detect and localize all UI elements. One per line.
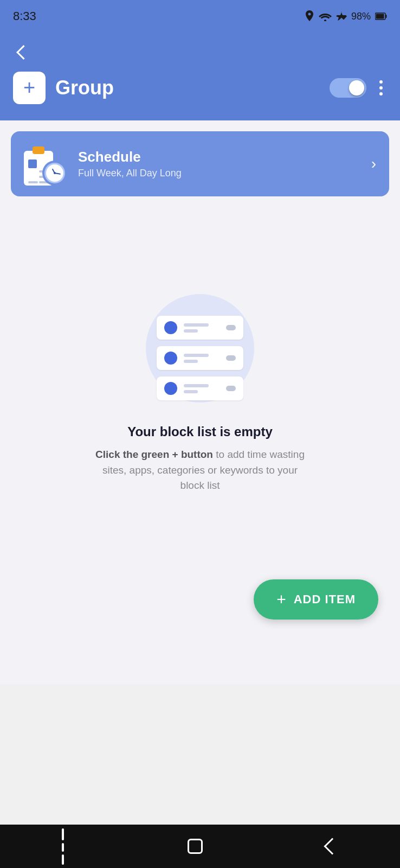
header-area: + Group (0, 33, 400, 120)
empty-title: Your block list is empty (127, 424, 273, 439)
add-item-button[interactable]: + ADD ITEM (254, 579, 378, 620)
wifi-icon (319, 11, 332, 21)
schedule-subtitle: Full Week, All Day Long (78, 168, 182, 179)
toggle-thumb (349, 80, 364, 95)
list-item-1 (157, 316, 243, 340)
airplane-icon (336, 11, 347, 22)
svg-point-0 (324, 20, 326, 21)
fab-label: ADD ITEM (294, 592, 356, 607)
home-icon (188, 839, 203, 854)
clipboard-top (33, 146, 44, 154)
recent-apps-icon (62, 828, 64, 865)
main-content: Schedule Full Week, All Day Long › (0, 120, 400, 685)
location-icon (305, 10, 314, 22)
back-button[interactable] (13, 43, 30, 61)
status-bar: 8:33 98% (0, 0, 400, 33)
list-item-3 (157, 376, 243, 400)
battery-text: 98% (351, 11, 371, 22)
schedule-title: Schedule (78, 149, 182, 165)
title-right (330, 78, 385, 98)
group-icon: + (13, 72, 46, 104)
recent-apps-button[interactable] (51, 823, 75, 869)
group-toggle[interactable] (330, 78, 366, 98)
fab-plus-icon: + (276, 591, 286, 608)
battery-icon (375, 12, 387, 20)
home-button[interactable] (177, 833, 214, 859)
nav-bar (0, 825, 400, 868)
status-icons: 98% (305, 10, 387, 22)
page-title: Group (55, 76, 114, 99)
title-row: + Group (0, 66, 400, 120)
more-options-button[interactable] (377, 78, 385, 98)
system-back-icon (324, 838, 340, 854)
empty-description: Click the green + button to add time was… (92, 447, 308, 494)
schedule-section: Schedule Full Week, All Day Long › (0, 120, 400, 196)
chevron-right-icon: › (371, 155, 376, 173)
clipboard-check (28, 159, 37, 168)
svg-rect-3 (386, 15, 387, 18)
schedule-card[interactable]: Schedule Full Week, All Day Long › (11, 131, 389, 196)
empty-desc-bold: Click the green + button (95, 449, 213, 460)
schedule-icon (24, 142, 67, 186)
empty-state: Your block list is empty Click the green… (0, 196, 400, 685)
add-icon: + (23, 77, 35, 98)
svg-rect-2 (376, 14, 384, 19)
toggle-track (330, 78, 366, 98)
list-item-2 (157, 346, 243, 370)
system-back-button[interactable] (315, 835, 349, 858)
clock-icon (42, 161, 67, 186)
status-time: 8:33 (13, 9, 36, 23)
illustration-list (157, 316, 243, 400)
more-dots-icon (379, 80, 383, 95)
schedule-left: Schedule Full Week, All Day Long (24, 142, 182, 186)
empty-illustration (146, 294, 254, 403)
schedule-text: Schedule Full Week, All Day Long (78, 149, 182, 179)
back-row (0, 38, 400, 66)
title-left: + Group (13, 72, 114, 104)
back-arrow-icon (13, 43, 30, 61)
